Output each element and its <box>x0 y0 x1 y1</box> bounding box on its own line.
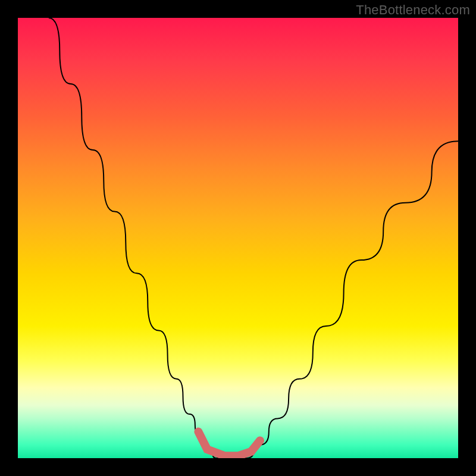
right-curve-path <box>247 141 458 458</box>
left-curve-path <box>49 18 216 458</box>
chart-frame: TheBottleneck.com <box>0 0 476 476</box>
chart-svg <box>18 18 458 458</box>
highlight-markers <box>198 432 260 456</box>
watermark-text: TheBottleneck.com <box>356 2 470 18</box>
plot-area <box>18 18 458 458</box>
